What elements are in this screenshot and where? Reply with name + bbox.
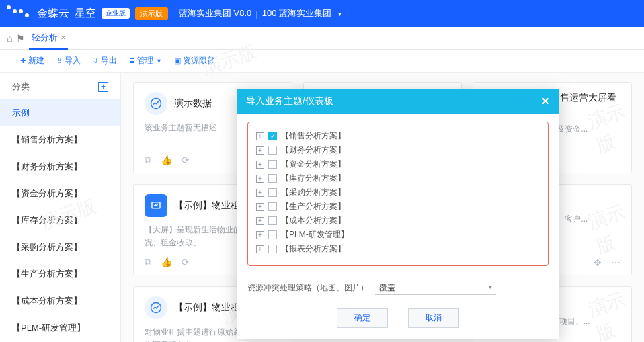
import-button[interactable]: ⇪导入 [56,55,81,67]
card-title: 【示例】物业租 [174,302,240,314]
tree-label: 【销售分析方案】 [281,130,346,142]
expand-icon[interactable]: + [256,161,264,169]
checkbox[interactable] [268,245,277,253]
dialog-header: 导入业务主题/仪表板 ✕ [237,89,559,114]
conflict-row: 资源冲突处理策略（地图、图片） [237,271,559,302]
sidebar-item-sales[interactable]: 【销售分析方案】 [0,126,120,153]
resource-button[interactable]: ▣资源限额 [174,55,215,67]
close-icon[interactable]: × [61,33,65,42]
people-icon[interactable]: ⚑ [16,33,25,44]
tree-label: 【PLM-研发管理】 [281,229,349,241]
tree-item-production[interactable]: +【生产分析方案】 [256,200,540,214]
tab-light-analysis[interactable]: 轻分析 × [29,27,68,50]
chart-icon[interactable]: ⧉ [145,155,151,166]
brand-primary: 金蝶云 [37,7,69,21]
tree-item-plm[interactable]: +【PLM-研发管理】 [256,228,540,242]
tree-item-cash[interactable]: +【资金分析方案】 [256,157,540,171]
expand-icon[interactable]: + [256,245,264,253]
add-category-button[interactable]: + [98,82,108,92]
checkbox[interactable] [268,188,277,197]
org-switcher[interactable]: 蓝海实业集团 V8.0 | 100 蓝海实业集团 ▾ [179,7,341,19]
tree-item-inventory[interactable]: +【库存分析方案】 [256,171,540,185]
tree-label: 【财务分析方案】 [281,144,346,156]
tree-item-purchase[interactable]: +【采购分析方案】 [256,185,540,200]
label: 导出 [101,55,117,67]
tree-item-report[interactable]: +【报表分析方案】 [256,242,540,256]
label: 资源限额 [183,55,215,67]
checkbox[interactable] [268,216,277,225]
dialog-footer: 确定 取消 [237,302,559,339]
expand-icon[interactable]: + [256,175,264,183]
refresh-icon[interactable]: ⟳ [182,257,190,268]
chevron-down-icon: ▾ [338,10,341,17]
sidebar-item-finance[interactable]: 【财务分析方案】 [0,153,120,180]
tree-item-cost[interactable]: +【成本分析方案】 [256,214,540,228]
divider: | [255,9,257,19]
tree-item-sales[interactable]: +【销售分析方案】 [256,129,540,143]
expand-icon[interactable]: + [256,146,264,155]
sidebar-item-example[interactable]: 示例 [0,99,120,126]
sidebar-item-plm[interactable]: 【PLM-研发管理】 [0,314,120,341]
toolbar: ✚新建 ⇪导入 ⇩导出 ≣管理▼ ▣资源限额 [0,50,644,73]
sidebar-item-cost[interactable]: 【成本分析方案】 [0,288,120,314]
expand-icon[interactable]: + [256,203,264,211]
demo-badge: 演示版 [135,7,168,20]
close-icon[interactable]: ✕ [541,95,550,108]
sidebar-item-purchase[interactable]: 【采购分析方案】 [0,234,120,261]
dashboard-icon [145,194,167,217]
label: 新建 [28,55,44,67]
import-dialog: 导入业务主题/仪表板 ✕ +【销售分析方案】 +【财务分析方案】 +【资金分析方… [237,89,559,339]
tree-item-finance[interactable]: +【财务分析方案】 [256,143,540,157]
move-icon[interactable]: ✥ [594,257,602,268]
sidebar-item-cash[interactable]: 【资金分析方案】 [0,180,120,207]
conflict-select[interactable] [375,281,496,295]
expand-icon[interactable]: + [256,231,264,239]
tree-label: 【库存分析方案】 [281,173,346,184]
ok-button[interactable]: 确定 [337,308,388,328]
plus-icon: ✚ [20,56,26,65]
checkbox[interactable] [268,146,277,155]
chart-icon[interactable]: ⧉ [145,257,151,268]
thumbs-icon[interactable]: 👍 [161,155,172,166]
tab-label: 轻分析 [32,32,58,44]
more-icon[interactable]: ⋯ [611,257,620,268]
sidebar: 分类 + 示例 【销售分析方案】 【财务分析方案】 【资金分析方案】 【库存分析… [0,73,121,342]
tree-label: 【资金分析方案】 [281,159,346,170]
brand-secondary: 星空 [75,7,96,21]
sidebar-item-inventory[interactable]: 【库存分析方案】 [0,207,120,234]
resource-icon: ▣ [174,56,181,65]
card-title: 演示数据 [174,97,212,110]
dialog-title: 导入业务主题/仪表板 [246,95,333,108]
app-header: 金蝶云 星空 企业版 演示版 蓝海实业集团 V8.0 | 100 蓝海实业集团 … [0,0,644,27]
sidebar-heading: 分类 [12,81,30,93]
chevron-down-icon: ▼ [156,58,162,65]
tab-strip: ⌂ ⚑ 轻分析 × [0,27,644,50]
expand-icon[interactable]: + [256,132,264,140]
checkbox[interactable] [268,160,277,169]
tree-label: 【成本分析方案】 [281,215,346,226]
chart-icon [145,296,167,319]
cancel-button[interactable]: 取消 [408,308,459,328]
checkbox[interactable] [268,132,277,140]
dialog-body: +【销售分析方案】 +【财务分析方案】 +【资金分析方案】 +【库存分析方案】 … [237,114,559,271]
home-icon[interactable]: ⌂ [7,33,12,44]
import-tree: +【销售分析方案】 +【财务分析方案】 +【资金分析方案】 +【库存分析方案】 … [247,122,549,266]
logo-dots [7,9,29,17]
card-title: 【示例】物业租 [174,200,240,212]
checkbox[interactable] [268,202,277,211]
checkbox[interactable] [268,230,277,239]
refresh-icon[interactable]: ⟳ [182,155,190,166]
expand-icon[interactable]: + [256,217,264,225]
manage-button[interactable]: ≣管理▼ [129,55,162,67]
sidebar-header: 分类 + [0,81,120,99]
checkbox[interactable] [268,174,277,183]
sidebar-item-production[interactable]: 【生产分析方案】 [0,261,120,288]
thumbs-icon[interactable]: 👍 [161,257,172,268]
expand-icon[interactable]: + [256,189,264,197]
conflict-select-wrap[interactable] [375,281,496,295]
tree-label: 【报表分析方案】 [281,243,346,255]
manage-icon: ≣ [129,56,135,65]
export-button[interactable]: ⇩导出 [93,55,117,67]
new-button[interactable]: ✚新建 [20,55,44,67]
edition-badge: 企业版 [102,8,130,19]
